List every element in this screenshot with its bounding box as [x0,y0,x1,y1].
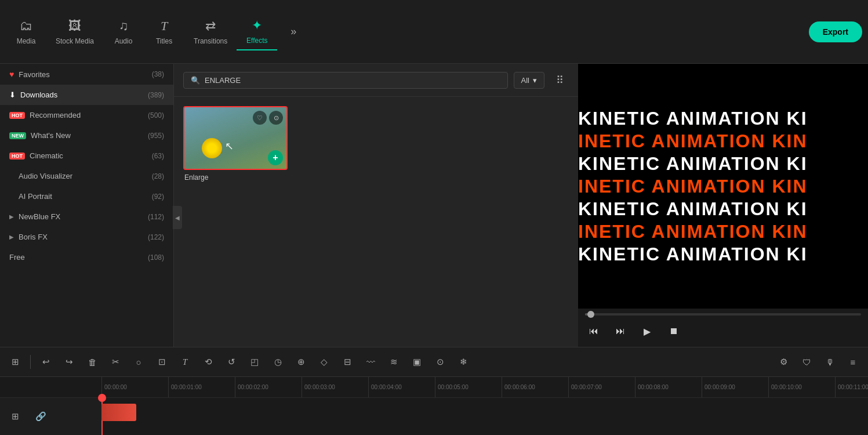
stop-button[interactable]: ⏹ [665,322,682,340]
undo-icon: ↩ [42,357,50,367]
effects-icon: ✦ [252,18,262,33]
effect-card-enlarge[interactable]: ↖ ♡ ⊙ + Enlarge [183,106,288,185]
motion-button[interactable]: ⊙ [431,353,449,371]
sidebar-count-recommended: (500) [148,111,164,119]
rotate-button[interactable]: ↺ [222,353,241,371]
shield-icon: 🛡 [802,357,811,367]
delete-button[interactable]: 🗑 [83,353,101,371]
heart-icon: ♥ [9,70,14,79]
sidebar-collapse-arrow[interactable]: ◀ [173,206,182,229]
toolbar-titles[interactable]: T Titles [144,14,184,50]
redo-button[interactable]: ↪ [60,353,78,371]
kinetic-line-5: KINETIC ANIMATION KI [578,198,868,220]
grid-tool-button[interactable]: ⊞ [6,353,24,371]
timeline-body: ⊞ 🔗 [0,398,868,435]
sidebar-item-audio-visualizer[interactable]: Audio Visualizer (28) [0,166,173,186]
hot-badge-recommended: HOT [9,112,25,119]
main-area: ♥ Favorites (38) ⬇ Downloads (389) HOT R… [0,64,868,347]
ruler-mark-0: 00:00:00 [101,377,168,397]
sidebar-label-ai-portrait: AI Portrait [19,192,52,201]
step-back-button[interactable]: ⏭ [612,322,629,340]
timeline-track[interactable] [101,398,868,435]
sidebar-item-cinematic[interactable]: HOT Cinematic (63) [0,146,173,166]
crop-button[interactable]: ⊡ [152,353,171,371]
diamond-icon: ◇ [321,357,328,367]
play-button[interactable]: ▶ [638,322,656,340]
sidebar-item-whats-new[interactable]: NEW What's New (955) [0,125,173,146]
loop-button[interactable]: ⟲ [199,353,217,371]
chevron-right-icon-boris: ▶ [9,234,14,240]
rewind-button[interactable]: ⏮ [585,322,602,340]
add-effect-button[interactable]: + [268,150,283,165]
play-icon: ▶ [644,326,651,337]
sidebar-item-favorites[interactable]: ♥ Favorites (38) [0,64,173,85]
favorite-thumb-button[interactable]: ♡ [253,111,267,125]
kinetic-line-1: KINETIC ANIMATION KI [578,108,868,129]
bottom-toolbar: ⊞ ↩ ↪ 🗑 ✂ ○ ⊡ T ⟲ ↺ ◰ ◷ ⊕ ◇ ⊟ 〰 ≋ ▣ ⊙ ❄ … [0,347,868,377]
kinetic-line-7: KINETIC ANIMATION KI [578,244,868,265]
kinetic-line-6: INETIC ANIMATION KIN [578,221,868,242]
grid-view-button[interactable]: ⠿ [550,71,569,89]
diamond-button[interactable]: ◇ [315,353,333,371]
move-button[interactable]: ⊕ [292,353,310,371]
mic-button[interactable]: 🎙 [820,353,839,371]
filter-dropdown[interactable]: All ▾ [514,72,544,89]
sidebar-item-boris-fx[interactable]: ▶ Boris FX (122) [0,227,173,247]
filter-label: All [521,76,529,85]
shield-button[interactable]: 🛡 [797,353,816,371]
sidebar-count-favorites: (38) [152,70,164,78]
text-button[interactable]: T [176,353,194,371]
mask-button[interactable]: ◰ [245,353,264,371]
fit-icon: ⊞ [12,411,19,422]
sidebar-count-ai-portrait: (92) [152,193,164,201]
grid-tool-icon: ⊞ [12,357,19,367]
progress-bar[interactable] [585,313,861,316]
timeline-link-button[interactable]: 🔗 [31,407,50,426]
motion-icon: ⊙ [437,357,444,367]
toolbar-audio[interactable]: ♫ Audio [103,14,144,50]
undo-button[interactable]: ↩ [37,353,55,371]
audio-icon: ♫ [119,19,129,34]
kinetic-line-4: INETIC ANIMATION KIN [578,176,868,197]
list-button[interactable]: ≡ [844,353,862,371]
sidebar-item-newblue-fx[interactable]: ▶ NewBlue FX (112) [0,206,173,227]
mixer-button[interactable]: ⊟ [338,353,357,371]
list-icon: ≡ [851,357,856,367]
sidebar-item-free[interactable]: Free (108) [0,247,173,267]
kinetic-text-container: KINETIC ANIMATION KI INETIC ANIMATION KI… [578,108,868,265]
toolbar-more-button[interactable]: » [283,21,304,42]
toolbar-transitions[interactable]: ⇄ Transitions [184,14,237,50]
playback-buttons: ⏮ ⏭ ▶ ⏹ [585,320,861,342]
media-icon: 🗂 [20,19,32,34]
sidebar-item-downloads[interactable]: ⬇ Downloads (389) [0,85,173,105]
waveform-button[interactable]: 〰 [361,353,380,371]
export-button[interactable]: Export [809,21,862,42]
ruler-mark-7: 00:00:07:00 [568,377,635,397]
stock-media-label: Stock Media [56,37,94,45]
sidebar-item-recommended[interactable]: HOT Recommended (500) [0,105,173,125]
cut-button[interactable]: ✂ [106,353,125,371]
freeze-button[interactable]: ❄ [454,353,473,371]
toolbar-media[interactable]: 🗂 Media [6,14,46,50]
pen-button[interactable]: ○ [129,353,148,371]
preview-thumb-button[interactable]: ⊙ [269,111,283,125]
toolbar-effects[interactable]: ✦ Effects [237,13,277,50]
titles-icon: T [161,19,168,34]
toolbar-stock-media[interactable]: 🖼 Stock Media [46,14,103,50]
loop-icon: ⟲ [205,357,212,367]
timer-button[interactable]: ◷ [268,353,287,371]
chevron-right-icon-newblue: ▶ [9,213,14,220]
sidebar-item-ai-portrait[interactable]: AI Portrait (92) [0,186,173,206]
timeline-clip-1[interactable] [101,404,136,421]
timeline-fit-button[interactable]: ⊞ [6,407,24,426]
search-input-wrapper[interactable]: 🔍 [183,72,508,89]
overlay-button[interactable]: ▣ [408,353,426,371]
audio-waveform-button[interactable]: ≋ [384,353,403,371]
sidebar-label-boris-fx: Boris FX [19,233,48,241]
search-input[interactable] [205,76,500,85]
grid-icon: ⠿ [556,74,564,86]
ruler-mark-9: 00:00:09:00 [702,377,768,397]
audio-waveform-icon: ≋ [390,357,398,367]
settings-button-1[interactable]: ⚙ [774,353,793,371]
effects-grid: ↖ ♡ ⊙ + Enlarge [174,97,578,347]
